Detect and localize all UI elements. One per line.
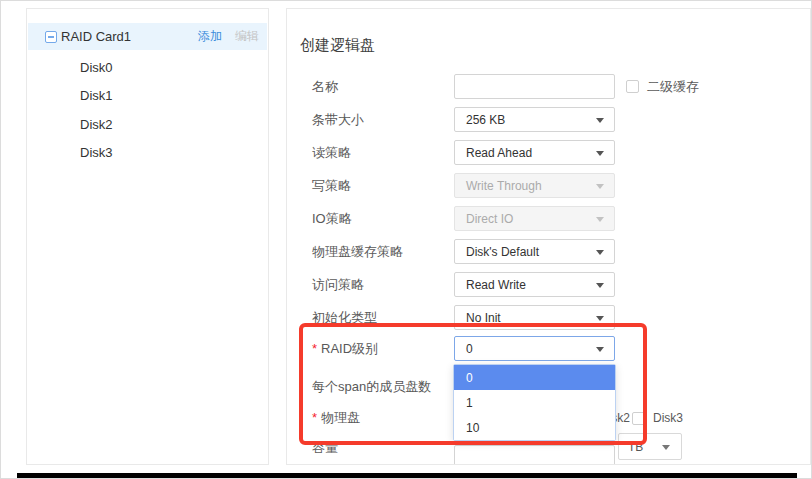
write-policy-select: Write Through: [454, 173, 615, 198]
edit-link[interactable]: 编辑: [235, 28, 259, 45]
name-field-row: 名称 二级缓存: [287, 74, 810, 99]
tree-item-raid-card1[interactable]: RAID Card1 添加 编辑: [28, 23, 267, 50]
pd-cache-policy-label: 物理盘缓存策略: [312, 243, 403, 261]
add-link[interactable]: 添加: [198, 28, 222, 45]
secondary-cache-checkbox[interactable]: [626, 80, 639, 93]
screenshot-canvas: RAID Card1 添加 编辑 Disk0 Disk1 Disk2 Disk3…: [0, 0, 812, 479]
raid-level-row: * RAID级别 0: [287, 336, 810, 361]
tree-item-disk3[interactable]: Disk3: [80, 143, 113, 163]
tree-root-label: RAID Card1: [61, 29, 131, 44]
stripe-size-label: 条带大小: [312, 111, 364, 129]
chevron-down-icon: [596, 118, 604, 123]
chevron-down-icon: [596, 184, 604, 189]
init-type-select[interactable]: No Init: [454, 305, 615, 330]
secondary-cache-group: 二级缓存: [626, 74, 699, 99]
io-policy-label: IO策略: [312, 210, 352, 228]
read-policy-row: 读策略 Read Ahead: [287, 140, 810, 165]
tree-item-disk1[interactable]: Disk1: [80, 86, 113, 106]
required-asterisk: *: [312, 410, 317, 425]
raid-level-label: * RAID级别: [312, 340, 378, 358]
raid-level-dropdown: 0 1 10: [453, 364, 616, 441]
access-policy-row: 访问策略 Read Write: [287, 272, 810, 297]
bottom-crop-bar: [17, 473, 797, 478]
raid-level-option-0[interactable]: 0: [454, 365, 615, 390]
chevron-down-icon: [596, 347, 604, 352]
chevron-down-icon: [596, 217, 604, 222]
span-members-label: 每个span的成员盘数: [312, 378, 431, 396]
chevron-down-icon: [596, 151, 604, 156]
stripe-size-row: 条带大小 256 KB: [287, 107, 810, 132]
disk3-checkbox[interactable]: [632, 412, 645, 425]
raid-tree-panel: RAID Card1 添加 编辑 Disk0 Disk1 Disk2 Disk3: [26, 8, 269, 465]
name-input[interactable]: [454, 74, 615, 99]
chevron-down-icon: [596, 250, 604, 255]
secondary-cache-label: 二级缓存: [647, 78, 699, 96]
read-policy-label: 读策略: [312, 144, 351, 162]
tree-item-disk2[interactable]: Disk2: [80, 115, 113, 135]
raid-level-select[interactable]: 0: [454, 336, 615, 361]
chevron-down-icon: [662, 445, 670, 450]
panel-title: 创建逻辑盘: [300, 36, 375, 55]
disk3-checkbox-label[interactable]: Disk3: [653, 411, 683, 425]
io-policy-select: Direct IO: [454, 206, 615, 231]
capacity-input[interactable]: [454, 445, 615, 465]
pd-cache-policy-select[interactable]: Disk's Default: [454, 239, 615, 264]
capacity-label: 容量: [312, 439, 338, 457]
chevron-down-icon: [596, 316, 604, 321]
stripe-size-select[interactable]: 256 KB: [454, 107, 615, 132]
create-logical-disk-panel: 创建逻辑盘 名称 二级缓存 条带大小 256 KB 读策略: [286, 8, 811, 465]
write-policy-row: 写策略 Write Through: [287, 173, 810, 198]
pd-cache-policy-row: 物理盘缓存策略 Disk's Default: [287, 239, 810, 264]
required-asterisk: *: [312, 341, 317, 356]
init-type-label: 初始化类型: [312, 309, 377, 327]
collapse-minus-icon[interactable]: [45, 31, 57, 43]
name-label: 名称: [312, 78, 338, 96]
init-type-row: 初始化类型 No Init: [287, 305, 810, 330]
tree-action-links: 添加 编辑: [198, 28, 259, 45]
read-policy-select[interactable]: Read Ahead: [454, 140, 615, 165]
write-policy-label: 写策略: [312, 177, 351, 195]
capacity-unit-select[interactable]: TB: [618, 433, 682, 460]
access-policy-select[interactable]: Read Write: [454, 272, 615, 297]
io-policy-row: IO策略 Direct IO: [287, 206, 810, 231]
access-policy-label: 访问策略: [312, 276, 364, 294]
tree-item-disk0[interactable]: Disk0: [80, 58, 113, 78]
physical-disks-label: * 物理盘: [312, 409, 360, 427]
raid-level-option-10[interactable]: 10: [454, 415, 615, 440]
chevron-down-icon: [596, 283, 604, 288]
raid-level-option-1[interactable]: 1: [454, 390, 615, 415]
